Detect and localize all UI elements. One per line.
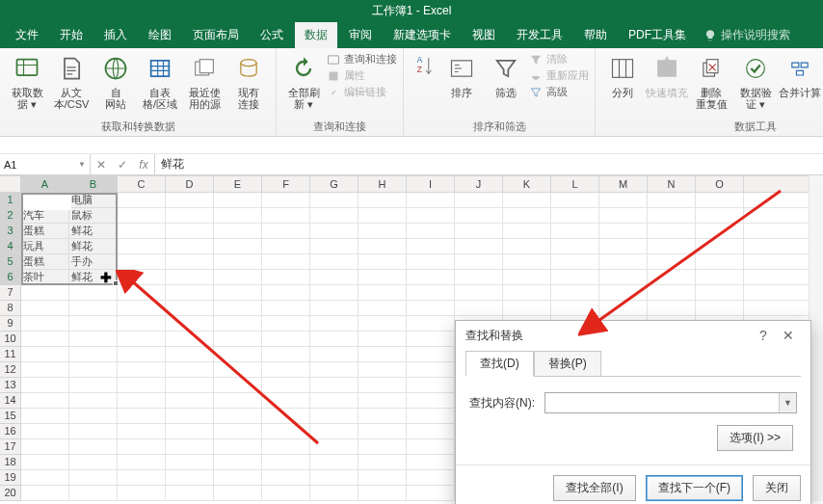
cell[interactable] <box>118 285 166 301</box>
recent-sources-button[interactable]: 最近使 用的源 <box>183 52 226 110</box>
consolidate-button[interactable]: 合并计算 <box>779 52 821 98</box>
options-button[interactable]: 选项(I) >> <box>717 425 793 451</box>
column-header[interactable]: I <box>407 175 455 193</box>
cell[interactable] <box>358 393 407 409</box>
cell[interactable] <box>214 316 262 332</box>
cell[interactable] <box>262 470 310 486</box>
cell[interactable] <box>118 486 166 501</box>
dialog-titlebar[interactable]: 查找和替换 ? ✕ <box>456 321 810 350</box>
from-table-range-button[interactable]: 自表 格/区域 <box>139 52 181 110</box>
cell[interactable] <box>310 316 358 332</box>
cell[interactable] <box>262 378 310 393</box>
cell[interactable] <box>118 378 166 393</box>
cell[interactable] <box>69 378 118 393</box>
data-validation-button[interactable]: 数据验 证 ▾ <box>734 52 777 110</box>
cell[interactable] <box>166 486 214 501</box>
cell[interactable] <box>310 362 358 378</box>
cell[interactable] <box>214 455 262 470</box>
cell[interactable] <box>455 301 503 316</box>
cell[interactable] <box>696 270 744 285</box>
cell[interactable]: 蛋糕 <box>21 254 69 270</box>
row-header[interactable]: 2 <box>0 208 21 224</box>
cell[interactable] <box>262 409 310 424</box>
row-header[interactable]: 18 <box>0 455 21 470</box>
cell[interactable] <box>214 347 262 362</box>
cell[interactable] <box>358 316 407 332</box>
help-button[interactable]: ? <box>751 328 776 343</box>
cell[interactable] <box>118 224 166 239</box>
tab-review[interactable]: 审阅 <box>339 22 382 48</box>
cell[interactable] <box>696 301 744 316</box>
cell[interactable] <box>118 362 166 378</box>
cell[interactable] <box>214 285 262 301</box>
cell[interactable] <box>166 224 214 239</box>
cell[interactable] <box>214 332 262 347</box>
cell[interactable] <box>262 332 310 347</box>
cell[interactable] <box>358 224 407 239</box>
cell[interactable] <box>310 285 358 301</box>
refresh-all-button[interactable]: 全部刷 新 ▾ <box>282 52 325 110</box>
cell[interactable] <box>262 455 310 470</box>
queries-connections-item[interactable]: 查询和连接 <box>327 52 397 66</box>
row-header[interactable]: 9 <box>0 316 21 332</box>
cell[interactable] <box>358 332 407 347</box>
tab-developer[interactable]: 开发工具 <box>507 22 572 48</box>
tab-data[interactable]: 数据 <box>295 22 337 48</box>
cell[interactable] <box>21 393 69 409</box>
cell[interactable]: 鲜花 <box>69 270 118 285</box>
cell[interactable] <box>214 301 262 316</box>
cell[interactable] <box>310 486 358 501</box>
cell[interactable] <box>551 208 599 224</box>
cell[interactable] <box>166 301 214 316</box>
cell[interactable] <box>503 285 551 301</box>
cell[interactable] <box>262 285 310 301</box>
cell[interactable] <box>214 393 262 409</box>
cell[interactable] <box>118 347 166 362</box>
cell[interactable] <box>69 486 118 501</box>
cell[interactable] <box>407 270 455 285</box>
cancel-formula-button[interactable]: ✕ <box>91 158 112 172</box>
row-header[interactable]: 16 <box>0 424 21 439</box>
cell[interactable] <box>214 378 262 393</box>
cell[interactable] <box>358 362 407 378</box>
cell[interactable] <box>358 270 407 285</box>
name-box[interactable]: A1 ▼ <box>0 154 91 174</box>
cell[interactable] <box>455 239 503 254</box>
from-text-csv-button[interactable]: 从文 本/CSV <box>50 52 93 110</box>
cell[interactable] <box>696 208 744 224</box>
cell[interactable] <box>696 224 744 239</box>
cell[interactable] <box>696 254 744 270</box>
tab-formulas[interactable]: 公式 <box>251 22 293 48</box>
tab-page-layout[interactable]: 页面布局 <box>183 22 249 48</box>
cell[interactable] <box>69 470 118 486</box>
cell[interactable] <box>407 193 455 208</box>
cell[interactable] <box>166 285 214 301</box>
cell[interactable] <box>21 362 69 378</box>
cell[interactable] <box>69 455 118 470</box>
cell[interactable] <box>262 239 310 254</box>
cell[interactable] <box>407 409 455 424</box>
cell[interactable] <box>407 486 455 501</box>
column-header[interactable]: J <box>455 175 503 193</box>
cell[interactable] <box>310 378 358 393</box>
cell[interactable] <box>407 470 455 486</box>
row-header[interactable]: 10 <box>0 332 21 347</box>
cell[interactable] <box>455 270 503 285</box>
cell[interactable] <box>118 332 166 347</box>
cell[interactable] <box>551 254 599 270</box>
tab-new[interactable]: 新建选项卡 <box>384 22 461 48</box>
cell[interactable]: 鲜花 <box>69 239 118 254</box>
cell[interactable] <box>310 224 358 239</box>
cell[interactable] <box>455 224 503 239</box>
cell[interactable] <box>358 455 407 470</box>
cell[interactable] <box>551 239 599 254</box>
cell[interactable]: 玩具 <box>21 239 69 254</box>
find-next-button[interactable]: 查找下一个(F) <box>646 475 743 501</box>
cell[interactable] <box>503 193 551 208</box>
cell[interactable] <box>407 332 455 347</box>
cell[interactable] <box>503 254 551 270</box>
tab-find[interactable]: 查找(D) <box>465 351 534 377</box>
cell[interactable] <box>214 486 262 501</box>
cell[interactable]: 鲜花 <box>69 224 118 239</box>
cell[interactable] <box>166 378 214 393</box>
